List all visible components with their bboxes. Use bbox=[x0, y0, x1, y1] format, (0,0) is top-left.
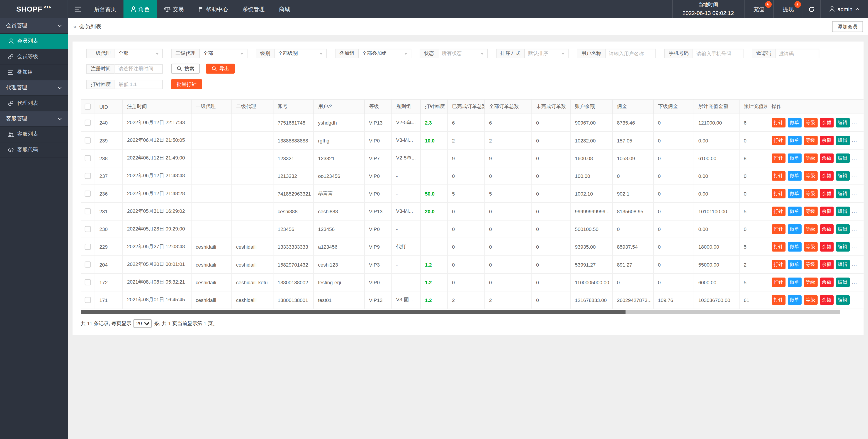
sidebar-item-service-code[interactable]: 客服代码 bbox=[0, 143, 68, 158]
export-button[interactable]: 导出 bbox=[206, 64, 235, 74]
more-actions-button[interactable]: ... bbox=[852, 244, 858, 249]
action-edit-button[interactable]: 编辑 bbox=[836, 277, 849, 287]
scrollbar-thumb[interactable] bbox=[81, 310, 626, 314]
withdraw-nav-item[interactable]: 提现 1 bbox=[773, 0, 803, 19]
row-checkbox[interactable] bbox=[85, 120, 91, 126]
action-level-button[interactable]: 等级 bbox=[804, 189, 817, 199]
sidebar-item-stack-group[interactable]: 叠加组 bbox=[0, 65, 68, 80]
action-edit-button[interactable]: 编辑 bbox=[836, 207, 849, 216]
status-select[interactable]: 所有状态 bbox=[438, 49, 488, 58]
action-inject-button[interactable]: 打针 bbox=[771, 295, 785, 305]
batch-inject-button[interactable]: 批量打针 bbox=[171, 79, 202, 89]
sidebar-item-service-list[interactable]: 客服列表 bbox=[0, 127, 68, 142]
action-inject-button[interactable]: 打针 bbox=[771, 153, 785, 163]
action-balance-button[interactable]: 余额 bbox=[819, 118, 833, 127]
action-edit-button[interactable]: 编辑 bbox=[836, 260, 849, 269]
inject-range-input[interactable] bbox=[115, 80, 162, 89]
action-edit-button[interactable]: 编辑 bbox=[836, 189, 849, 199]
action-order-button[interactable]: 做单 bbox=[787, 242, 801, 252]
nav-tab-trade[interactable]: 交易 bbox=[157, 0, 191, 19]
action-edit-button[interactable]: 编辑 bbox=[836, 224, 849, 234]
username-input[interactable] bbox=[605, 49, 656, 58]
stack-group-select[interactable]: 全部叠加组 bbox=[358, 49, 411, 58]
agent1-select[interactable]: 全部 bbox=[115, 49, 162, 58]
action-balance-button[interactable]: 余额 bbox=[819, 295, 833, 305]
action-inject-button[interactable]: 打针 bbox=[771, 118, 785, 127]
nav-tab-help-center[interactable]: 帮助中心 bbox=[191, 0, 235, 19]
horizontal-scrollbar[interactable] bbox=[81, 310, 840, 314]
sidebar-group-member-management[interactable]: 会员管理 bbox=[0, 19, 68, 34]
page-size-select[interactable]: 20 bbox=[133, 319, 152, 328]
sidebar-toggle-button[interactable] bbox=[68, 0, 87, 19]
action-balance-button[interactable]: 余额 bbox=[819, 136, 833, 145]
action-level-button[interactable]: 等级 bbox=[804, 153, 817, 163]
add-member-button[interactable]: 添加会员 bbox=[832, 21, 863, 32]
row-checkbox[interactable] bbox=[85, 226, 91, 232]
row-checkbox[interactable] bbox=[85, 244, 91, 250]
more-actions-button[interactable]: ... bbox=[852, 279, 858, 285]
action-order-button[interactable]: 做单 bbox=[787, 136, 801, 145]
phone-input[interactable] bbox=[692, 49, 744, 58]
action-level-button[interactable]: 等级 bbox=[804, 136, 817, 145]
action-order-button[interactable]: 做单 bbox=[787, 153, 801, 163]
more-actions-button[interactable]: ... bbox=[852, 155, 858, 160]
more-actions-button[interactable]: ... bbox=[852, 262, 858, 267]
row-checkbox[interactable] bbox=[85, 138, 91, 144]
action-balance-button[interactable]: 余额 bbox=[819, 207, 833, 216]
invite-code-input[interactable] bbox=[775, 49, 819, 58]
action-order-button[interactable]: 做单 bbox=[787, 295, 801, 305]
more-actions-button[interactable]: ... bbox=[852, 191, 858, 196]
action-inject-button[interactable]: 打针 bbox=[771, 189, 785, 199]
action-balance-button[interactable]: 余额 bbox=[819, 189, 833, 199]
row-checkbox[interactable] bbox=[85, 208, 91, 214]
action-inject-button[interactable]: 打针 bbox=[771, 171, 785, 181]
sidebar-item-member-level[interactable]: 会员等级 bbox=[0, 49, 68, 65]
action-edit-button[interactable]: 编辑 bbox=[836, 118, 849, 127]
sidebar-group-agent-management[interactable]: 代理管理 bbox=[0, 80, 68, 96]
sidebar-item-agent-list[interactable]: 代理列表 bbox=[0, 96, 68, 111]
action-level-button[interactable]: 等级 bbox=[804, 171, 817, 181]
action-inject-button[interactable]: 打针 bbox=[771, 207, 785, 216]
action-inject-button[interactable]: 打针 bbox=[771, 224, 785, 234]
action-edit-button[interactable]: 编辑 bbox=[836, 153, 849, 163]
row-checkbox[interactable] bbox=[85, 279, 91, 285]
action-order-button[interactable]: 做单 bbox=[787, 207, 801, 216]
nav-tab-dashboard[interactable]: 后台首页 bbox=[87, 0, 123, 19]
nav-tab-mall[interactable]: 商城 bbox=[272, 0, 297, 19]
action-inject-button[interactable]: 打针 bbox=[771, 260, 785, 269]
action-inject-button[interactable]: 打针 bbox=[771, 136, 785, 145]
sort-select[interactable]: 默认排序 bbox=[524, 49, 568, 58]
nav-tab-system[interactable]: 系统管理 bbox=[235, 0, 272, 19]
action-edit-button[interactable]: 编辑 bbox=[836, 171, 849, 181]
action-level-button[interactable]: 等级 bbox=[804, 224, 817, 234]
agent2-select[interactable]: 全部 bbox=[199, 49, 247, 58]
more-actions-button[interactable]: ... bbox=[852, 138, 858, 143]
action-balance-button[interactable]: 余额 bbox=[819, 224, 833, 234]
action-level-button[interactable]: 等级 bbox=[804, 277, 817, 287]
sidebar-group-service-management[interactable]: 客服管理 bbox=[0, 111, 68, 127]
user-menu[interactable]: admin bbox=[820, 0, 868, 19]
refresh-button[interactable] bbox=[803, 0, 820, 19]
register-time-input[interactable] bbox=[115, 64, 162, 74]
action-balance-button[interactable]: 余额 bbox=[819, 171, 833, 181]
action-order-button[interactable]: 做单 bbox=[787, 224, 801, 234]
action-edit-button[interactable]: 编辑 bbox=[836, 295, 849, 305]
nav-tab-role[interactable]: 角色 bbox=[124, 0, 157, 19]
action-edit-button[interactable]: 编辑 bbox=[836, 242, 849, 252]
recharge-nav-item[interactable]: 充值 6 bbox=[744, 0, 773, 19]
select-all-checkbox[interactable] bbox=[85, 104, 91, 110]
row-checkbox[interactable] bbox=[85, 297, 91, 303]
action-order-button[interactable]: 做单 bbox=[787, 277, 801, 287]
action-balance-button[interactable]: 余额 bbox=[819, 242, 833, 252]
action-level-button[interactable]: 等级 bbox=[804, 118, 817, 127]
more-actions-button[interactable]: ... bbox=[852, 173, 858, 178]
more-actions-button[interactable]: ... bbox=[852, 208, 858, 214]
action-balance-button[interactable]: 余额 bbox=[819, 260, 833, 269]
sidebar-item-member-list[interactable]: 会员列表 bbox=[0, 34, 68, 49]
more-actions-button[interactable]: ... bbox=[852, 120, 858, 125]
more-actions-button[interactable]: ... bbox=[852, 297, 858, 302]
action-balance-button[interactable]: 余额 bbox=[819, 277, 833, 287]
action-order-button[interactable]: 做单 bbox=[787, 171, 801, 181]
action-level-button[interactable]: 等级 bbox=[804, 207, 817, 216]
action-order-button[interactable]: 做单 bbox=[787, 260, 801, 269]
